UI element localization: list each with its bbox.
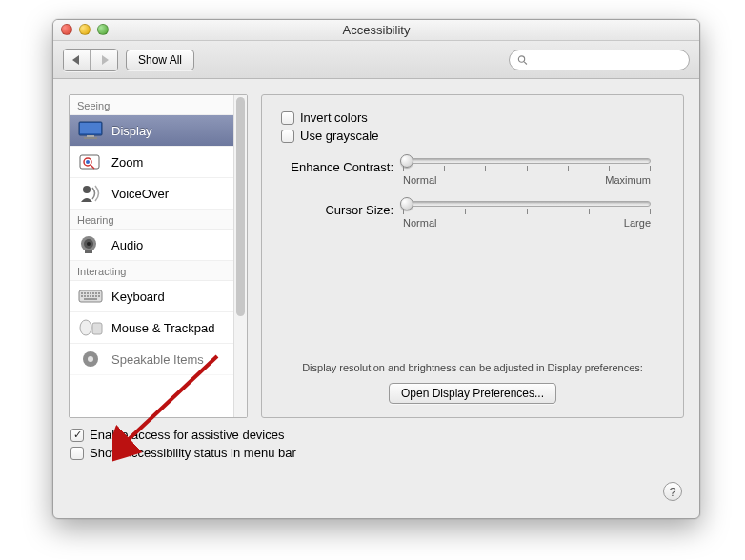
mouse-icon xyxy=(77,317,104,338)
checkbox-icon: ✓ xyxy=(70,429,84,442)
contrast-row: Enhance Contrast: Normal Maximum xyxy=(281,158,664,186)
svg-rect-7 xyxy=(84,137,97,139)
sidebar-item-label: Keyboard xyxy=(111,290,165,304)
titlebar: Accessibility xyxy=(53,20,699,41)
forward-button[interactable] xyxy=(91,50,117,70)
svg-point-12 xyxy=(83,186,91,193)
checkbox-label: Use grayscale xyxy=(300,129,378,143)
sidebar-item-label: Mouse & Trackpad xyxy=(111,321,214,335)
checkbox-icon xyxy=(281,111,294,125)
content: Seeing Display Zoom xyxy=(53,79,699,418)
sidebar-item-zoom[interactable]: Zoom xyxy=(70,147,233,178)
audio-icon xyxy=(77,234,104,255)
checkbox-icon xyxy=(70,447,84,460)
minimize-button[interactable] xyxy=(79,24,91,35)
display-hint: Display resolution and brightness can be… xyxy=(262,362,683,373)
sidebar-item-label: VoiceOver xyxy=(111,187,169,201)
search-icon xyxy=(517,54,528,66)
use-grayscale-checkbox[interactable]: Use grayscale xyxy=(281,129,664,143)
svg-point-2 xyxy=(518,55,524,61)
svg-rect-30 xyxy=(95,295,97,297)
svg-rect-25 xyxy=(81,295,83,297)
sidebar-item-label: Audio xyxy=(111,238,143,252)
cursor-min: Normal xyxy=(403,217,436,229)
sidebar-item-speakable[interactable]: Speakable Items xyxy=(70,344,233,375)
svg-rect-18 xyxy=(81,292,83,294)
detail-panel: Invert colors Use grayscale Enhance Cont… xyxy=(261,94,684,418)
sidebar: Seeing Display Zoom xyxy=(69,94,248,418)
cursor-label: Cursor Size: xyxy=(281,201,393,217)
open-display-prefs-button[interactable]: Open Display Preferences... xyxy=(389,383,556,404)
nav-back-forward xyxy=(63,49,118,71)
svg-line-3 xyxy=(524,61,527,64)
accessibility-window: Accessibility Show All Seeing Display xyxy=(52,19,700,519)
checkbox-label: Show Accessibility status in menu bar xyxy=(90,446,296,460)
sidebar-item-voiceover[interactable]: VoiceOver xyxy=(70,178,233,210)
window-controls xyxy=(61,24,109,35)
svg-rect-34 xyxy=(92,323,102,334)
zoom-button[interactable] xyxy=(97,24,109,35)
sidebar-scrollbar[interactable] xyxy=(233,95,247,417)
svg-rect-27 xyxy=(87,295,89,297)
close-button[interactable] xyxy=(61,24,72,35)
sidebar-item-label: Zoom xyxy=(111,155,143,170)
keyboard-icon xyxy=(77,286,104,307)
svg-rect-32 xyxy=(84,298,97,300)
section-seeing: Seeing xyxy=(70,95,233,115)
svg-rect-24 xyxy=(98,292,100,294)
svg-rect-23 xyxy=(95,292,97,294)
search-field[interactable] xyxy=(509,50,690,70)
svg-rect-29 xyxy=(92,295,94,297)
svg-rect-26 xyxy=(84,295,86,297)
svg-rect-20 xyxy=(87,292,89,294)
cursor-max: Large xyxy=(624,217,651,229)
zoom-icon xyxy=(77,151,104,172)
svg-rect-5 xyxy=(80,123,101,133)
svg-rect-28 xyxy=(90,295,91,297)
sidebar-item-mouse[interactable]: Mouse & Trackpad xyxy=(70,312,233,344)
cursor-slider[interactable] xyxy=(403,201,651,207)
sidebar-item-keyboard[interactable]: Keyboard xyxy=(70,281,233,312)
svg-point-10 xyxy=(86,160,90,164)
toolbar: Show All xyxy=(53,41,699,79)
display-icon xyxy=(77,120,104,141)
svg-rect-21 xyxy=(90,292,91,294)
svg-point-36 xyxy=(88,356,93,362)
svg-rect-31 xyxy=(98,295,100,297)
checkbox-label: Enable access for assistive devices xyxy=(90,428,284,442)
back-button[interactable] xyxy=(64,50,91,70)
svg-rect-19 xyxy=(84,292,86,294)
voiceover-icon xyxy=(77,183,104,204)
checkbox-label: Invert colors xyxy=(300,110,368,125)
speakable-icon xyxy=(77,349,104,370)
contrast-label: Enhance Contrast: xyxy=(281,158,393,174)
svg-rect-16 xyxy=(85,250,92,253)
svg-rect-22 xyxy=(92,292,94,294)
section-interacting: Interacting xyxy=(70,261,233,281)
search-input[interactable] xyxy=(534,53,681,67)
contrast-min: Normal xyxy=(403,174,436,186)
sidebar-item-label: Speakable Items xyxy=(111,352,204,367)
footer: ✓ Enable access for assistive devices Sh… xyxy=(53,418,699,460)
sidebar-item-label: Display xyxy=(111,124,152,138)
contrast-max: Maximum xyxy=(605,174,651,186)
sidebar-item-audio[interactable]: Audio xyxy=(70,230,233,261)
contrast-slider[interactable] xyxy=(403,158,651,164)
cursor-row: Cursor Size: Normal Large xyxy=(281,201,664,229)
svg-marker-0 xyxy=(72,55,79,65)
svg-marker-1 xyxy=(102,55,109,65)
scrollbar-thumb[interactable] xyxy=(236,97,245,316)
invert-colors-checkbox[interactable]: Invert colors xyxy=(281,110,664,125)
enable-assistive-checkbox[interactable]: ✓ Enable access for assistive devices xyxy=(70,428,682,442)
window-title: Accessibility xyxy=(53,20,699,41)
section-hearing: Hearing xyxy=(70,210,233,230)
svg-point-15 xyxy=(87,242,91,246)
slider-ticks xyxy=(403,209,651,216)
help-button[interactable]: ? xyxy=(663,482,682,501)
show-status-checkbox[interactable]: Show Accessibility status in menu bar xyxy=(70,446,682,460)
show-all-button[interactable]: Show All xyxy=(126,50,194,70)
svg-point-33 xyxy=(80,320,91,335)
sidebar-item-display[interactable]: Display xyxy=(70,115,233,147)
slider-ticks xyxy=(403,166,651,173)
svg-rect-6 xyxy=(87,135,94,137)
